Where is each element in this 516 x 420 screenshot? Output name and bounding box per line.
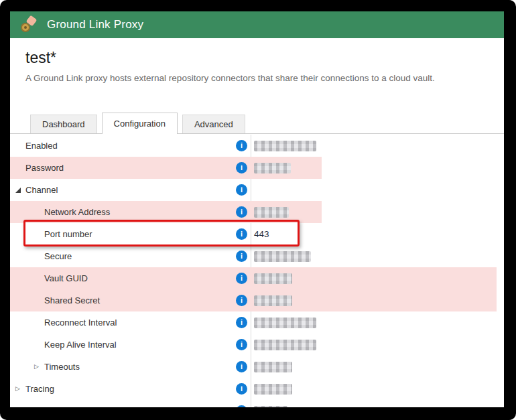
redacted-value: [254, 141, 316, 151]
highlight-box: [23, 220, 300, 247]
window-titlebar: Ground Link Proxy: [10, 11, 504, 38]
row-vault-guid[interactable]: Vault GUIDi: [10, 267, 504, 289]
row-multi-proxy-compatibility[interactable]: ▷Multi-Proxy Compatibilityi: [10, 400, 504, 407]
row-label: Password: [25, 157, 64, 179]
info-icon[interactable]: i: [236, 273, 247, 284]
redacted-value: [254, 384, 292, 395]
redacted-value: [254, 340, 316, 350]
redacted-value: [254, 406, 287, 407]
screenshot-viewport: Ground Link Proxy test* A Ground Link pr…: [0, 0, 516, 420]
redacted-value: [254, 207, 289, 218]
redacted-value: [254, 251, 311, 262]
info-icon[interactable]: i: [236, 405, 247, 407]
row-label: Channel: [25, 179, 58, 201]
row-label: Reconnect Interval: [44, 311, 117, 334]
info-icon[interactable]: i: [236, 295, 247, 306]
info-icon[interactable]: i: [236, 206, 247, 218]
info-icon[interactable]: i: [236, 383, 247, 395]
info-icon[interactable]: i: [236, 361, 247, 372]
row-label: Timeouts: [44, 356, 80, 378]
redacted-value: [254, 362, 292, 372]
screenshot-frame: Ground Link Proxy test* A Ground Link pr…: [0, 0, 516, 420]
tab-dashboard[interactable]: Dashboard: [30, 115, 97, 133]
connector-icon: [20, 17, 36, 33]
row-shared-secret[interactable]: Shared Secreti: [10, 289, 504, 311]
info-icon[interactable]: i: [236, 339, 247, 350]
row-reconnect-interval[interactable]: Reconnect Intervali: [10, 311, 504, 334]
row-label: Vault GUID: [44, 267, 88, 289]
info-icon[interactable]: i: [236, 162, 247, 173]
expand-icon[interactable]: ▷: [15, 400, 20, 407]
ground-link-proxy-window: Ground Link Proxy test* A Ground Link pr…: [10, 11, 504, 407]
info-icon[interactable]: i: [236, 317, 247, 328]
tab-strip: Dashboard Configuration Advanced: [10, 113, 504, 134]
page-title: test*: [25, 49, 56, 67]
row-enabled[interactable]: Enabledi: [10, 135, 504, 157]
redacted-value: [254, 273, 292, 284]
row-channel[interactable]: Channeli: [10, 179, 504, 201]
info-icon[interactable]: i: [236, 140, 247, 151]
row-label: Shared Secret: [44, 289, 100, 311]
row-keep-alive-interval[interactable]: Keep Alive Intervali: [10, 334, 504, 356]
redacted-value: [254, 163, 291, 173]
redacted-value: [254, 295, 292, 306]
connector-icon-part: [21, 23, 30, 32]
row-label: Multi-Proxy Compatibility: [25, 400, 121, 407]
row-label: Secure: [44, 245, 72, 267]
window-title: Ground Link Proxy: [47, 18, 143, 31]
expand-icon[interactable]: ▷: [15, 378, 20, 400]
info-icon[interactable]: i: [236, 251, 247, 262]
row-label: Tracing: [25, 378, 54, 400]
tab-configuration[interactable]: Configuration: [102, 113, 178, 134]
row-secure[interactable]: Securei: [10, 245, 504, 267]
collapse-icon[interactable]: [15, 188, 21, 193]
page-description: A Ground Link proxy hosts external repos…: [25, 73, 435, 83]
configuration-property-grid: EnablediPasswordiChanneliNetwork Address…: [10, 135, 504, 407]
row-label: Keep Alive Interval: [44, 334, 117, 356]
row-timeouts[interactable]: ▷Timeoutsi: [10, 356, 504, 378]
tab-advanced[interactable]: Advanced: [182, 115, 245, 133]
redacted-value: [254, 318, 316, 328]
row-label: Enabled: [25, 135, 58, 157]
row-tracing[interactable]: ▷Tracingi: [10, 378, 504, 400]
info-icon[interactable]: i: [236, 184, 247, 196]
expand-icon[interactable]: ▷: [34, 356, 39, 378]
row-password[interactable]: Passwordi: [10, 157, 504, 179]
